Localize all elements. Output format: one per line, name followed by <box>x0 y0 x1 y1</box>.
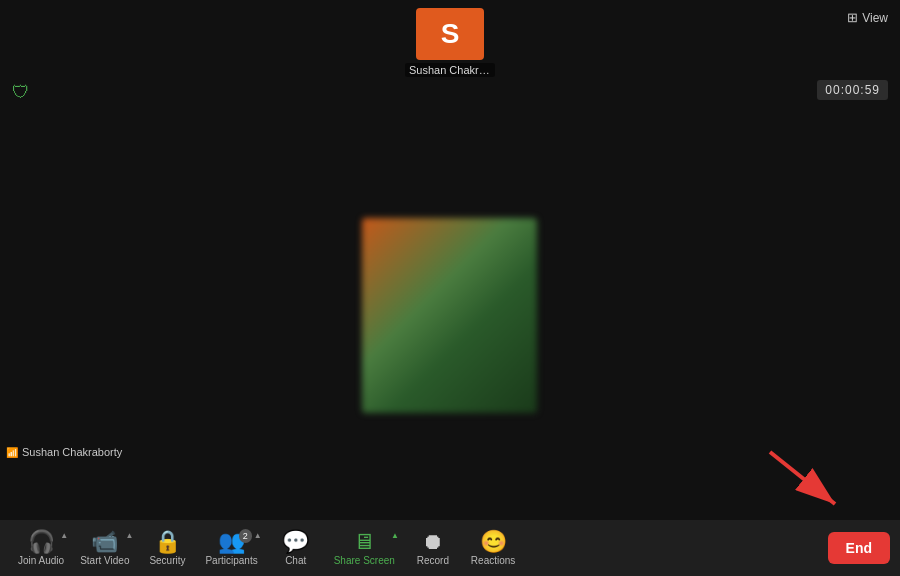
share-screen-chevron[interactable]: ▲ <box>391 531 399 540</box>
share-screen-icon: 🖥 <box>353 531 375 553</box>
chat-label: Chat <box>285 555 306 566</box>
security-button[interactable]: 🔒 Security <box>137 525 197 572</box>
end-button[interactable]: End <box>828 532 890 564</box>
participant-card: S Sushan Chakrab... <box>405 8 495 77</box>
reactions-label: Reactions <box>471 555 515 566</box>
participants-button[interactable]: ▲ 2 👥 Participants <box>197 525 265 572</box>
participants-badge: 2 <box>239 529 252 543</box>
reactions-icon: 😊 <box>480 531 507 553</box>
toolbar: ▲ 🎧 Join Audio ▲ 📹 Start Video 🔒 Securit… <box>0 520 900 576</box>
participant-initial: S <box>441 18 460 50</box>
security-icon: 🔒 <box>154 531 181 553</box>
share-screen-button[interactable]: ▲ 🖥 Share Screen <box>326 525 403 572</box>
participants-chevron[interactable]: ▲ <box>254 531 262 540</box>
join-audio-button[interactable]: ▲ 🎧 Join Audio <box>10 525 72 572</box>
participants-label: Participants <box>205 555 257 566</box>
signal-icon: 📶 <box>6 447 18 458</box>
view-label: View <box>862 11 888 25</box>
start-video-button[interactable]: ▲ 📹 Start Video <box>72 525 137 572</box>
record-icon: ⏺ <box>422 531 444 553</box>
start-video-chevron[interactable]: ▲ <box>126 531 134 540</box>
shield-icon: 🛡 <box>12 82 30 103</box>
participant-name: Sushan Chakrab... <box>405 63 495 77</box>
reactions-button[interactable]: 😊 Reactions <box>463 525 523 572</box>
main-video-area: S Sushan Chakrab... ⊞ View 🛡 00:00:59 📶 … <box>0 0 900 520</box>
video-icon: 📹 <box>91 531 118 553</box>
view-button[interactable]: ⊞ View <box>847 10 888 25</box>
start-video-label: Start Video <box>80 555 129 566</box>
timer: 00:00:59 <box>817 80 888 100</box>
local-user-name: 📶 Sushan Chakraborty <box>6 446 122 458</box>
record-button[interactable]: ⏺ Record <box>403 525 463 572</box>
security-label: Security <box>149 555 185 566</box>
headphone-icon: 🎧 <box>28 531 55 553</box>
grid-icon: ⊞ <box>847 10 858 25</box>
participant-avatar: S <box>416 8 484 60</box>
chat-icon: 💬 <box>282 531 309 553</box>
share-screen-label: Share Screen <box>334 555 395 566</box>
record-label: Record <box>417 555 449 566</box>
chat-button[interactable]: 💬 Chat <box>266 525 326 572</box>
join-audio-chevron[interactable]: ▲ <box>60 531 68 540</box>
join-audio-label: Join Audio <box>18 555 64 566</box>
video-thumbnail <box>362 218 537 413</box>
